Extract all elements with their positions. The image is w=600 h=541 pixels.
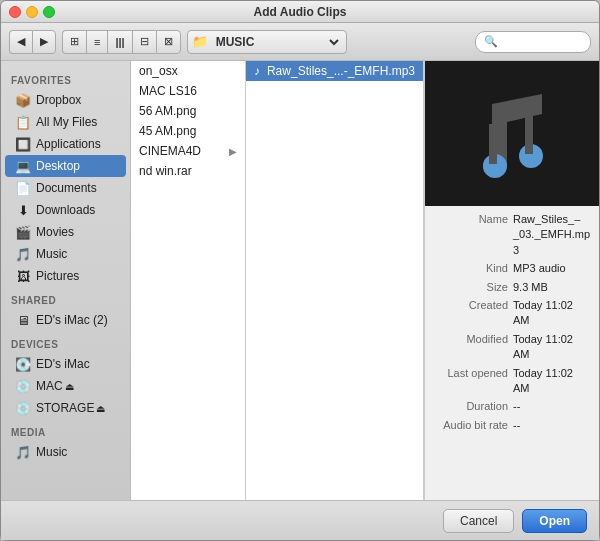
column-2: ♪ Raw_Stiles_...-_EMFH.mp3 [246, 61, 424, 500]
minimize-button[interactable] [26, 6, 38, 18]
title-bar: Add Audio Clips [1, 1, 599, 23]
list-item[interactable]: CINEMA4D ▶ [131, 141, 245, 161]
list-item[interactable]: on_osx [131, 61, 245, 81]
sidebar-item-label: ED's iMac [36, 357, 90, 371]
info-row-duration: Duration -- [433, 399, 591, 414]
list-item[interactable]: ♪ Raw_Stiles_...-_EMFH.mp3 [246, 61, 423, 81]
last-opened-label: Last opened [433, 366, 508, 397]
cancel-button[interactable]: Cancel [443, 509, 514, 533]
last-opened-value: Today 11:02 AM [513, 366, 591, 397]
shared-imac-icon: 🖥 [15, 312, 31, 328]
location-bar: 📁 MUSIC [187, 30, 469, 54]
size-value: 9.3 MB [513, 280, 548, 295]
sidebar-item-all-my-files[interactable]: 📋 All My Files [5, 111, 126, 133]
music-media-icon: 🎵 [15, 444, 31, 460]
close-button[interactable] [9, 6, 21, 18]
duration-value: -- [513, 399, 520, 414]
sidebar-item-label: Documents [36, 181, 97, 195]
sidebar-item-movies[interactable]: 🎬 Movies [5, 221, 126, 243]
downloads-icon: ⬇ [15, 202, 31, 218]
main-content: FAVORITES 📦 Dropbox 📋 All My Files 🔲 App… [1, 61, 599, 500]
sidebar-item-documents[interactable]: 📄 Documents [5, 177, 126, 199]
nav-buttons: ◀ ▶ [9, 30, 56, 54]
preview-info: Name Raw_Stiles_–_03._EMFH.mp3 Kind MP3 … [425, 206, 599, 500]
search-box: 🔍 [475, 31, 591, 53]
view-coverflow-button[interactable]: ⊠ [156, 30, 181, 54]
music-note-svg [467, 84, 557, 184]
list-item[interactable]: MAC LS16 [131, 81, 245, 101]
file-browser: on_osx MAC LS16 56 AM.png 45 AM.png CINE… [131, 61, 599, 500]
chevron-right-icon: ▶ [229, 146, 237, 157]
kind-value: MP3 audio [513, 261, 566, 276]
info-row-last-opened: Last opened Today 11:02 AM [433, 366, 591, 397]
sidebar-item-downloads[interactable]: ⬇ Downloads [5, 199, 126, 221]
name-value: Raw_Stiles_–_03._EMFH.mp3 [513, 212, 591, 258]
sidebar-item-dropbox[interactable]: 📦 Dropbox [5, 89, 126, 111]
shared-label: SHARED [1, 287, 130, 309]
kind-label: Kind [433, 261, 508, 276]
name-label: Name [433, 212, 508, 258]
view-buttons: ⊞ ≡ ||| ⊟ ⊠ [62, 30, 181, 54]
list-item[interactable]: nd win.rar [131, 161, 245, 181]
media-label: MEDIA [1, 419, 130, 441]
list-item[interactable]: 56 AM.png [131, 101, 245, 121]
search-input[interactable] [502, 36, 582, 48]
sidebar-item-mac[interactable]: 💿 MAC ⏏ [5, 375, 126, 397]
applications-icon: 🔲 [15, 136, 31, 152]
view-column-button[interactable]: ||| [107, 30, 131, 54]
size-label: Size [433, 280, 508, 295]
info-row-modified: Modified Today 11:02 AM [433, 332, 591, 363]
view-list-button[interactable]: ≡ [86, 30, 107, 54]
search-icon: 🔍 [484, 35, 498, 48]
movies-icon: 🎬 [15, 224, 31, 240]
sidebar-item-storage[interactable]: 💿 STORAGE ⏏ [5, 397, 126, 419]
sidebar-item-applications[interactable]: 🔲 Applications [5, 133, 126, 155]
back-button[interactable]: ◀ [9, 30, 32, 54]
created-value: Today 11:02 AM [513, 298, 591, 329]
audio-file-icon: ♪ [254, 64, 260, 78]
sidebar-item-label: ED's iMac (2) [36, 313, 108, 327]
open-button[interactable]: Open [522, 509, 587, 533]
sidebar-item-label: Downloads [36, 203, 95, 217]
view-icon-button[interactable]: ⊞ [62, 30, 86, 54]
folder-icon: 📁 [192, 34, 208, 49]
forward-button[interactable]: ▶ [32, 30, 56, 54]
sidebar: FAVORITES 📦 Dropbox 📋 All My Files 🔲 App… [1, 61, 131, 500]
eject-icon: ⏏ [65, 381, 74, 392]
list-item[interactable]: 45 AM.png [131, 121, 245, 141]
sidebar-item-label: Applications [36, 137, 101, 151]
maximize-button[interactable] [43, 6, 55, 18]
desktop-icon: 💻 [15, 158, 31, 174]
sidebar-item-pictures[interactable]: 🖼 Pictures [5, 265, 126, 287]
info-row-kind: Kind MP3 audio [433, 261, 591, 276]
sidebar-item-label: Movies [36, 225, 74, 239]
audio-bit-rate-label: Audio bit rate [433, 418, 508, 433]
view-cover-button[interactable]: ⊟ [132, 30, 156, 54]
created-label: Created [433, 298, 508, 329]
sidebar-item-label: Pictures [36, 269, 79, 283]
window: Add Audio Clips ◀ ▶ ⊞ ≡ ||| ⊟ ⊠ 📁 MUSIC … [0, 0, 600, 541]
sidebar-item-label: All My Files [36, 115, 97, 129]
modified-label: Modified [433, 332, 508, 363]
sidebar-item-music-media[interactable]: 🎵 Music [5, 441, 126, 463]
dropbox-icon: 📦 [15, 92, 31, 108]
sidebar-item-label: Music [36, 247, 67, 261]
traffic-lights [9, 6, 55, 18]
toolbar: ◀ ▶ ⊞ ≡ ||| ⊟ ⊠ 📁 MUSIC 🔍 [1, 23, 599, 61]
preview-pane: Name Raw_Stiles_–_03._EMFH.mp3 Kind MP3 … [424, 61, 599, 500]
sidebar-item-eds-imac-dev[interactable]: 💽 ED's iMac [5, 353, 126, 375]
info-row-size: Size 9.3 MB [433, 280, 591, 295]
window-title: Add Audio Clips [254, 5, 347, 19]
location-select-wrapper[interactable]: 📁 MUSIC [187, 30, 347, 54]
location-select[interactable]: MUSIC [212, 34, 342, 50]
eject-storage-icon: ⏏ [96, 403, 105, 414]
sidebar-item-music[interactable]: 🎵 Music [5, 243, 126, 265]
sidebar-item-eds-imac-shared[interactable]: 🖥 ED's iMac (2) [5, 309, 126, 331]
music-icon: 🎵 [15, 246, 31, 262]
favorites-label: FAVORITES [1, 67, 130, 89]
sidebar-item-label: Music [36, 445, 67, 459]
file-name: Raw_Stiles_...-_EMFH.mp3 [267, 64, 415, 78]
preview-image [425, 61, 599, 206]
sidebar-item-desktop[interactable]: 💻 Desktop [5, 155, 126, 177]
devices-label: DEVICES [1, 331, 130, 353]
